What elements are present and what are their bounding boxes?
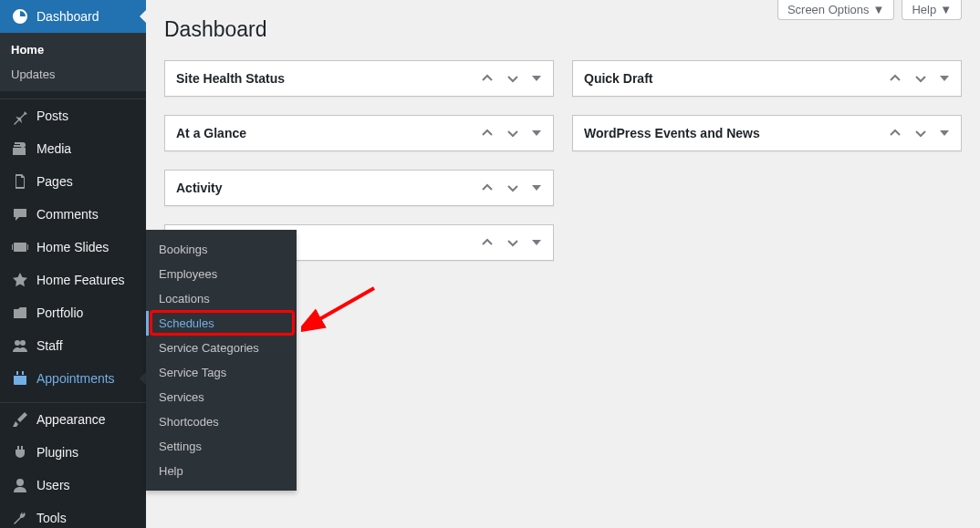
flyout-item-service-tags[interactable]: Service Tags [146, 360, 297, 385]
postbox-title: Activity [176, 181, 223, 195]
postbox-title: WordPress Events and News [584, 126, 760, 140]
sidebar-item-home-slides[interactable]: Home Slides [0, 231, 146, 264]
postbox-controls [888, 71, 950, 86]
page-icon [11, 172, 29, 191]
wrench-icon [11, 509, 29, 527]
dashboard-icon [11, 7, 29, 26]
sidebar-item-tools[interactable]: Tools [0, 502, 146, 528]
svg-rect-7 [14, 373, 26, 376]
postbox-activity: Activity [164, 170, 554, 206]
sidebar-item-label: Staff [36, 338, 63, 353]
sidebar-item-label: Portfolio [36, 305, 83, 320]
flyout-item-shortcodes[interactable]: Shortcodes [146, 409, 297, 434]
move-up-icon[interactable] [888, 71, 902, 86]
toggle-icon[interactable] [531, 128, 542, 139]
postbox-controls [480, 71, 542, 86]
toggle-icon[interactable] [531, 73, 542, 84]
toggle-icon[interactable] [939, 73, 950, 84]
postbox-controls [480, 181, 542, 195]
sidebar-sub-home[interactable]: Home [0, 37, 146, 62]
move-down-icon[interactable] [913, 71, 928, 86]
comment-icon [11, 205, 29, 223]
move-up-icon[interactable] [480, 235, 495, 250]
postbox-controls [480, 126, 542, 140]
sidebar-item-portfolio[interactable]: Portfolio [0, 296, 146, 329]
sidebar-item-comments[interactable]: Comments [0, 198, 146, 231]
sidebar-item-appearance[interactable]: Appearance [0, 403, 146, 436]
plug-icon [11, 443, 29, 461]
sidebar-item-label: Users [36, 478, 70, 492]
move-up-icon[interactable] [480, 126, 495, 140]
move-down-icon[interactable] [506, 235, 520, 250]
postbox-title: At a Glance [176, 126, 246, 140]
triangle-down-icon: ▼ [940, 3, 952, 16]
toggle-icon[interactable] [939, 128, 950, 139]
move-down-icon[interactable] [506, 181, 520, 195]
svg-point-10 [16, 479, 24, 486]
sidebar-item-dashboard[interactable]: Dashboard [0, 0, 146, 33]
slides-icon [11, 238, 29, 256]
postbox-header[interactable]: WordPress Events and News [573, 116, 961, 150]
postbox-title: Site Health Status [176, 71, 285, 86]
user-icon [11, 476, 29, 494]
svg-rect-9 [22, 371, 24, 375]
postbox-title: Quick Draft [584, 71, 652, 86]
flyout-item-services[interactable]: Services [146, 385, 297, 409]
sidebar-item-users[interactable]: Users [0, 469, 146, 502]
toggle-icon[interactable] [531, 237, 542, 248]
sidebar-item-home-features[interactable]: Home Features [0, 264, 146, 296]
calendar-icon [11, 369, 29, 388]
sidebar-item-label: Home Slides [36, 240, 109, 254]
sidebar-item-label: Posts [36, 109, 68, 123]
screen-options-button[interactable]: Screen Options ▼ [777, 0, 894, 20]
portfolio-icon [11, 304, 29, 322]
move-up-icon[interactable] [888, 126, 902, 140]
sidebar-item-label: Media [36, 141, 71, 156]
postbox-at-a-glance: At a Glance [164, 115, 554, 151]
sidebar-item-plugins[interactable]: Plugins [0, 436, 146, 469]
sidebar-item-label: Appointments [36, 371, 115, 386]
appointments-flyout-menu: Bookings Employees Locations Schedules S… [146, 230, 297, 491]
flyout-item-employees[interactable]: Employees [146, 262, 297, 286]
svg-rect-1 [14, 243, 26, 252]
move-up-icon[interactable] [480, 71, 495, 86]
sidebar-item-pages[interactable]: Pages [0, 165, 146, 198]
postbox-wp-events-news: WordPress Events and News [572, 115, 962, 151]
sidebar-item-staff[interactable]: Staff [0, 329, 146, 362]
sidebar-sub-updates[interactable]: Updates [0, 62, 146, 87]
sidebar-item-posts[interactable]: Posts [0, 99, 146, 132]
admin-sidebar: Dashboard Home Updates Posts Media Pages… [0, 0, 146, 528]
sidebar-item-label: Pages [36, 174, 73, 189]
sidebar-item-media[interactable]: Media [0, 132, 146, 165]
sidebar-item-label: Plugins [36, 445, 78, 460]
sidebar-item-label: Home Features [36, 273, 124, 287]
svg-rect-8 [16, 371, 18, 375]
svg-rect-2 [12, 244, 13, 250]
postbox-header[interactable]: Activity [165, 171, 553, 205]
toggle-icon[interactable] [531, 182, 542, 193]
sidebar-item-label: Appearance [36, 412, 106, 427]
postbox-quick-draft: Quick Draft [572, 60, 962, 97]
flyout-item-help[interactable]: Help [146, 459, 297, 483]
flyout-item-service-categories[interactable]: Service Categories [146, 336, 297, 360]
move-up-icon[interactable] [480, 181, 495, 195]
postbox-controls [888, 126, 950, 140]
postbox-header[interactable]: At a Glance [165, 116, 553, 150]
flyout-item-locations[interactable]: Locations [146, 286, 297, 311]
flyout-item-schedules[interactable]: Schedules [146, 311, 297, 336]
sidebar-item-appointments[interactable]: Appointments [0, 362, 146, 395]
postbox-header[interactable]: Quick Draft [573, 61, 961, 96]
help-button[interactable]: Help ▼ [902, 0, 962, 20]
move-down-icon[interactable] [506, 71, 520, 86]
flyout-item-bookings[interactable]: Bookings [146, 237, 297, 262]
star-icon [11, 271, 29, 289]
move-down-icon[interactable] [506, 126, 520, 140]
svg-point-5 [20, 340, 26, 346]
pin-icon [11, 107, 29, 125]
flyout-item-settings[interactable]: Settings [146, 434, 297, 459]
media-icon [11, 140, 29, 158]
postbox-controls [480, 235, 542, 250]
svg-point-0 [20, 142, 26, 148]
postbox-header[interactable]: Site Health Status [165, 61, 553, 96]
move-down-icon[interactable] [913, 126, 928, 140]
